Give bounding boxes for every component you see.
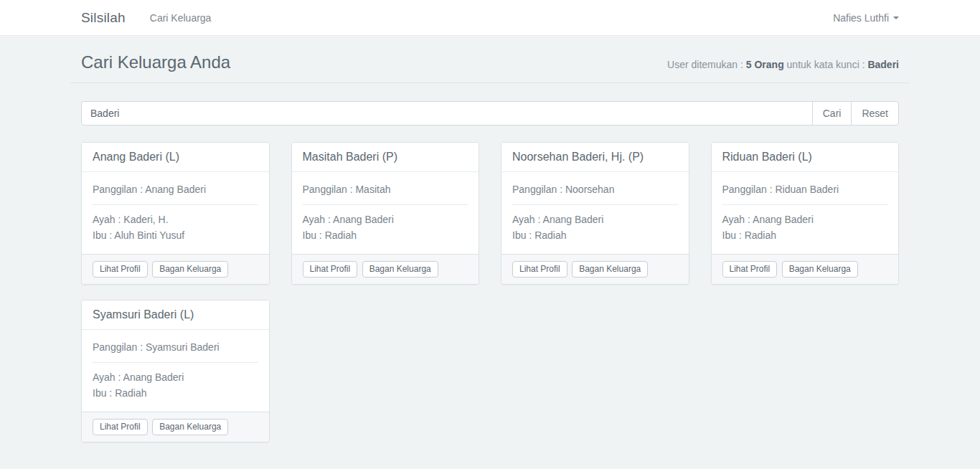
search-reset-button[interactable]: Reset bbox=[851, 101, 899, 125]
family-chart-button[interactable]: Bagan Keluarga bbox=[782, 261, 858, 278]
person-card: Syamsuri Baderi (L) Panggilan : Syamsuri… bbox=[81, 300, 270, 442]
search-input[interactable] bbox=[81, 101, 813, 125]
summary-keyword: Baderi bbox=[867, 59, 899, 70]
caret-down-icon bbox=[893, 16, 899, 19]
summary-count: 5 Orang bbox=[746, 59, 784, 70]
divider bbox=[722, 204, 888, 205]
results-grid: Anang Baderi (L) Panggilan : Anang Bader… bbox=[70, 142, 910, 458]
navbar: Silsilah Cari Keluarga Nafies Luthfi bbox=[0, 0, 980, 36]
person-father: Ayah : Kaderi, H. bbox=[93, 212, 258, 227]
search-result-summary: User ditemukan : 5 Orang untuk kata kunc… bbox=[667, 59, 899, 72]
nav-item-cari-keluarga[interactable]: Cari Keluarga bbox=[150, 12, 212, 24]
person-card: Anang Baderi (L) Panggilan : Anang Bader… bbox=[81, 142, 270, 285]
person-father: Ayah : Anang Baderi bbox=[512, 212, 678, 227]
person-mother: Ibu : Aluh Binti Yusuf bbox=[93, 227, 258, 243]
search-form: Cari Reset bbox=[70, 101, 910, 125]
person-card-body: Panggilan : Syamsuri Baderi Ayah : Anang… bbox=[82, 330, 269, 412]
view-profile-button[interactable]: Lihat Profil bbox=[303, 261, 358, 278]
page-header: Cari Keluarga Anda User ditemukan : 5 Or… bbox=[70, 52, 910, 83]
person-mother: Ibu : Radiah bbox=[722, 227, 888, 243]
brand-link[interactable]: Silsilah bbox=[81, 10, 126, 26]
person-card-footer: Lihat Profil Bagan Keluarga bbox=[712, 254, 899, 284]
divider bbox=[93, 204, 258, 205]
person-card-footer: Lihat Profil Bagan Keluarga bbox=[82, 412, 269, 442]
divider bbox=[93, 362, 258, 363]
user-menu-dropdown[interactable]: Nafies Luthfi bbox=[833, 12, 899, 24]
person-card: Riduan Baderi (L) Panggilan : Riduan Bad… bbox=[711, 142, 900, 285]
view-profile-button[interactable]: Lihat Profil bbox=[512, 261, 567, 278]
person-nickname: Panggilan : Anang Baderi bbox=[93, 183, 258, 196]
person-father: Ayah : Anang Baderi bbox=[303, 212, 468, 227]
person-mother: Ibu : Radiah bbox=[303, 227, 468, 243]
user-name: Nafies Luthfi bbox=[833, 12, 889, 24]
search-submit-button[interactable]: Cari bbox=[812, 101, 852, 125]
family-chart-button[interactable]: Bagan Keluarga bbox=[572, 261, 648, 278]
divider bbox=[512, 204, 678, 205]
view-profile-button[interactable]: Lihat Profil bbox=[93, 261, 148, 278]
person-card-title: Masitah Baderi (P) bbox=[292, 143, 479, 172]
family-chart-button[interactable]: Bagan Keluarga bbox=[152, 419, 228, 435]
person-card: Masitah Baderi (P) Panggilan : Masitah A… bbox=[291, 142, 480, 285]
person-nickname: Panggilan : Syamsuri Baderi bbox=[93, 341, 258, 354]
view-profile-button[interactable]: Lihat Profil bbox=[93, 419, 148, 435]
person-card-title: Noorsehan Baderi, Hj. (P) bbox=[501, 143, 689, 172]
page-title: Cari Keluarga Anda bbox=[81, 52, 230, 72]
person-nickname: Panggilan : Riduan Baderi bbox=[722, 183, 888, 196]
family-chart-button[interactable]: Bagan Keluarga bbox=[362, 261, 438, 278]
person-mother: Ibu : Radiah bbox=[93, 385, 258, 401]
person-nickname: Panggilan : Noorsehan bbox=[512, 183, 678, 196]
person-father: Ayah : Anang Baderi bbox=[93, 369, 258, 385]
summary-middle: untuk kata kunci : bbox=[784, 59, 868, 70]
summary-prefix: User ditemukan : bbox=[667, 59, 746, 70]
person-card-footer: Lihat Profil Bagan Keluarga bbox=[501, 254, 689, 284]
person-card-body: Panggilan : Masitah Ayah : Anang Baderi … bbox=[292, 172, 479, 254]
person-card-body: Panggilan : Riduan Baderi Ayah : Anang B… bbox=[712, 172, 899, 254]
person-card-title: Anang Baderi (L) bbox=[82, 143, 269, 172]
person-card-body: Panggilan : Anang Baderi Ayah : Kaderi, … bbox=[82, 172, 269, 254]
family-chart-button[interactable]: Bagan Keluarga bbox=[152, 261, 228, 278]
view-profile-button[interactable]: Lihat Profil bbox=[722, 261, 778, 278]
person-card-title: Riduan Baderi (L) bbox=[712, 143, 899, 172]
person-card-footer: Lihat Profil Bagan Keluarga bbox=[82, 254, 269, 284]
person-card: Noorsehan Baderi, Hj. (P) Panggilan : No… bbox=[501, 142, 689, 285]
person-card-body: Panggilan : Noorsehan Ayah : Anang Bader… bbox=[501, 172, 689, 254]
person-father: Ayah : Anang Baderi bbox=[722, 212, 888, 227]
person-nickname: Panggilan : Masitah bbox=[303, 183, 468, 196]
person-mother: Ibu : Radiah bbox=[512, 227, 678, 243]
person-card-title: Syamsuri Baderi (L) bbox=[82, 300, 269, 330]
person-card-footer: Lihat Profil Bagan Keluarga bbox=[292, 254, 479, 284]
divider bbox=[303, 204, 468, 205]
